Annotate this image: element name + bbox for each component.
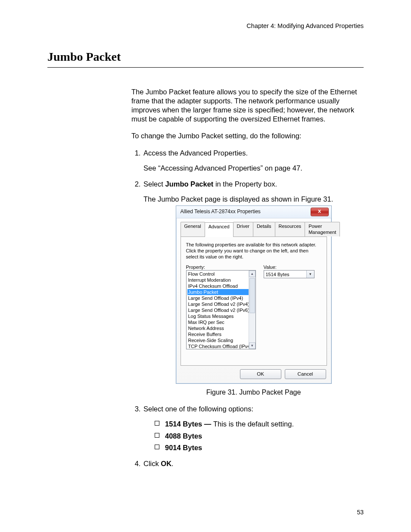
- dialog-titlebar: Allied Telesis AT-2874xx Properties x: [176, 206, 331, 218]
- step-1: Access the Advanced Properties. See “Acc…: [143, 149, 364, 173]
- option-4088: 4088 Bytes: [155, 432, 364, 441]
- option-9014: 9014 Bytes: [155, 443, 364, 452]
- property-item[interactable]: Interrupt Moderation: [187, 277, 255, 283]
- step-4-post: .: [171, 460, 174, 467]
- options-list: 1514 Bytes — This is the default setting…: [143, 420, 364, 452]
- option-1514-rest: This is the default setting.: [213, 420, 294, 428]
- step-2: Select Jumbo Packet in the Property box.…: [143, 180, 364, 397]
- page-number: 53: [357, 509, 364, 516]
- property-item[interactable]: TCP Checksum Offload (IPv4): [187, 343, 255, 349]
- property-item[interactable]: IPv4 Checksum Offload: [187, 283, 255, 289]
- property-item[interactable]: Large Send Offload (IPv4): [187, 295, 255, 301]
- property-item[interactable]: Large Send Offload v2 (IPv6): [187, 307, 255, 313]
- ok-button[interactable]: OK: [240, 369, 281, 379]
- step-2-sub: The Jumbo Packet page is displayed as sh…: [143, 195, 364, 204]
- property-item[interactable]: Receive Buffers: [187, 331, 255, 337]
- step-1-sub: See “Accessing Advanced Properties” on p…: [143, 164, 364, 173]
- property-column: Property: Flow ControlInterrupt Moderati…: [186, 264, 256, 349]
- option-9014-bold: 9014 Bytes: [165, 444, 202, 451]
- step-2-bold: Jumbo Packet: [165, 180, 213, 188]
- tab-advanced[interactable]: Advanced: [205, 222, 234, 237]
- close-icon: x: [318, 208, 321, 214]
- property-item[interactable]: Log Status Messages: [187, 313, 255, 319]
- tab-general[interactable]: General: [181, 222, 205, 236]
- option-1514-bold: 1514 Bytes —: [165, 420, 213, 428]
- body-column: The Jumbo Packet feature allows you to s…: [131, 87, 364, 468]
- intro-paragraph: The Jumbo Packet feature allows you to s…: [131, 87, 364, 124]
- lead-paragraph: To change the Jumbo Packet setting, do t…: [131, 131, 364, 140]
- property-item[interactable]: Flow Control: [187, 271, 255, 277]
- option-4088-bold: 4088 Bytes: [165, 432, 202, 440]
- step-1-text: Access the Advanced Properties.: [143, 149, 248, 157]
- cancel-button[interactable]: Cancel: [285, 369, 326, 379]
- option-1514: 1514 Bytes — This is the default setting…: [155, 420, 364, 429]
- dialog-description: The following properties are available f…: [186, 242, 321, 260]
- scroll-thumb[interactable]: [249, 278, 255, 313]
- tab-driver[interactable]: Driver: [233, 222, 253, 236]
- tab-content: The following properties are available f…: [181, 236, 327, 366]
- chevron-down-icon: ▾: [306, 271, 314, 278]
- close-button[interactable]: x: [311, 208, 329, 216]
- heading-rule: [47, 67, 364, 68]
- tab-power-management[interactable]: Power Management: [305, 222, 340, 236]
- step-3-text: Select one of the following options:: [143, 405, 253, 413]
- dialog-title: Allied Telesis AT-2874xx Properties: [181, 208, 261, 215]
- property-item[interactable]: Max IRQ per Sec: [187, 319, 255, 325]
- step-2-post: in the Property box.: [213, 180, 277, 188]
- dialog-button-row: OK Cancel: [176, 366, 331, 383]
- listbox-scrollbar[interactable]: ▴ ▾: [249, 271, 255, 349]
- running-header: Chapter 4: Modifying Advanced Properties: [47, 22, 364, 29]
- tab-details[interactable]: Details: [253, 222, 275, 236]
- value-label: Value:: [264, 264, 321, 270]
- step-2-pre: Select: [143, 180, 165, 188]
- properties-dialog: Allied Telesis AT-2874xx Properties x Ge…: [176, 205, 332, 384]
- step-4-bold: OK: [161, 460, 171, 467]
- property-item[interactable]: Receive-Side Scaling: [187, 337, 255, 343]
- steps-list: Access the Advanced Properties. See “Acc…: [131, 149, 364, 468]
- tab-resources[interactable]: Resources: [275, 222, 305, 236]
- property-item[interactable]: Network Address: [187, 325, 255, 331]
- step-4-pre: Click: [143, 460, 161, 467]
- value-select[interactable]: 1514 Bytes ▾: [264, 270, 314, 278]
- scroll-down-icon[interactable]: ▾: [249, 342, 255, 349]
- property-label: Property:: [186, 264, 256, 270]
- property-item[interactable]: Large Send Offload v2 (IPv4): [187, 301, 255, 307]
- figure-caption: Figure 31. Jumbo Packet Page: [143, 388, 364, 397]
- step-3: Select one of the following options: 151…: [143, 404, 364, 452]
- property-item[interactable]: Jumbo Packet: [187, 289, 255, 295]
- section-heading: Jumbo Packet: [47, 50, 364, 65]
- scroll-up-icon[interactable]: ▴: [249, 271, 255, 277]
- step-4: Click OK.: [143, 459, 364, 468]
- value-column: Value: 1514 Bytes ▾: [264, 264, 321, 349]
- property-listbox[interactable]: Flow ControlInterrupt ModerationIPv4 Che…: [186, 270, 256, 349]
- value-select-text: 1514 Bytes: [266, 271, 290, 277]
- tab-bar: General Advanced Driver Details Resource…: [176, 218, 331, 236]
